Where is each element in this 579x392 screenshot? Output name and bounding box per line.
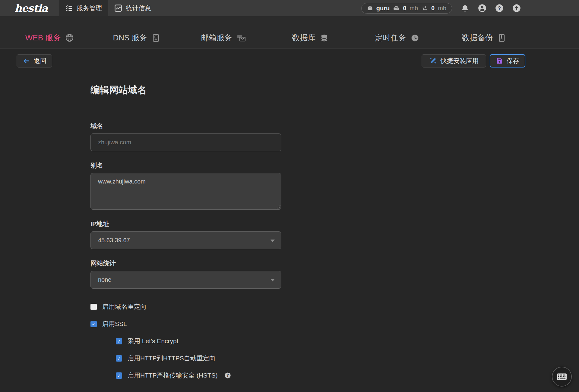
floppy-save-icon: [496, 57, 503, 64]
nav-item-cron[interactable]: 定时任务: [353, 33, 440, 43]
lets-encrypt-checkbox-label[interactable]: 采用 Let's Encrypt: [128, 337, 179, 345]
user-usage-pill[interactable]: guru 0 mb 0 mb: [361, 3, 452, 14]
toolbar: 返回 快捷安装应用 保存: [0, 49, 579, 67]
stats-select-value: none: [98, 276, 112, 283]
ssl-checkbox[interactable]: [90, 321, 97, 327]
nav-item-label: DNS 服务: [113, 33, 147, 43]
database-icon: [320, 34, 328, 42]
user-profile-icon[interactable]: [478, 4, 486, 12]
dns-zone-icon: [152, 34, 160, 42]
nav-item-mail[interactable]: 邮箱服务: [180, 33, 267, 43]
chart-line-icon: [115, 5, 122, 12]
topbar-right-group: guru 0 mb 0 mb ?: [361, 0, 579, 16]
ssl-check-row: 启用SSL: [90, 320, 281, 328]
ip-label: IP地址: [90, 220, 281, 228]
list-check-icon: [65, 5, 73, 12]
quick-install-label: 快捷安装应用: [441, 57, 479, 65]
ip-select-value: 45.63.39.67: [98, 237, 130, 244]
stats-select[interactable]: none: [90, 271, 281, 289]
hestia-logo[interactable]: hestia: [0, 0, 59, 16]
lets-encrypt-checkbox[interactable]: [116, 338, 122, 344]
username: guru: [376, 5, 390, 12]
mail-icon: [237, 34, 245, 42]
topbar-item-services[interactable]: 服务管理: [59, 0, 108, 16]
bandwidth-usage-unit: mb: [438, 5, 446, 12]
topbar-item-label: 统计信息: [126, 4, 151, 12]
redirect-checkbox[interactable]: [90, 304, 97, 310]
disk-usage-value: 0: [403, 5, 406, 12]
section-nav: WEB 服务 DNS 服务 邮箱服务 数据库 定时任务 数据备份: [0, 16, 579, 49]
hsts-checkbox-label[interactable]: 启用HTTP严格传输安全 (HSTS): [128, 371, 218, 380]
lets-encrypt-check-row: 采用 Let's Encrypt: [116, 337, 281, 345]
https-redirect-check-row: 启用HTTP到HTTPS自动重定向: [116, 354, 281, 362]
ip-select[interactable]: 45.63.39.67: [90, 231, 281, 249]
back-button-label: 返回: [34, 57, 46, 65]
backup-archive-icon: [498, 34, 506, 42]
nav-item-dns[interactable]: DNS 服务: [93, 33, 180, 43]
page-title: 编辑网站域名: [90, 84, 579, 96]
redirect-checkbox-label[interactable]: 启用域名重定向: [102, 303, 147, 311]
https-redirect-checkbox[interactable]: [116, 355, 122, 362]
nav-item-database[interactable]: 数据库: [267, 33, 353, 43]
bandwidth-usage-value: 0: [431, 5, 435, 12]
back-arrow-icon: [22, 57, 30, 64]
nav-item-backup[interactable]: 数据备份: [440, 33, 527, 43]
aliases-label: 别名: [90, 161, 281, 170]
bandwidth-arrows-icon: [421, 5, 428, 11]
magic-wand-icon: [429, 57, 437, 65]
domain-label: 域名: [90, 122, 281, 130]
nav-item-label: 邮箱服务: [201, 33, 233, 43]
nav-item-label: 定时任务: [375, 33, 407, 43]
edit-domain-form: 域名 别名 www.zhujiwa.com IP地址 45.63.39.67 网…: [90, 122, 281, 392]
chevron-down-icon: [271, 279, 275, 281]
aliases-textarea-wrap: www.zhujiwa.com: [90, 173, 281, 210]
hsts-checkbox[interactable]: [116, 372, 122, 379]
hsts-check-row: 启用HTTP严格传输安全 (HSTS) ?: [116, 371, 281, 380]
aliases-textarea[interactable]: www.zhujiwa.com: [90, 173, 281, 210]
svg-text:?: ?: [226, 373, 229, 378]
main-content: 编辑网站域名 域名 别名 www.zhujiwa.com IP地址 45.63.…: [0, 84, 579, 392]
binoculars-icon: [367, 5, 373, 11]
https-redirect-checkbox-label[interactable]: 启用HTTP到HTTPS自动重定向: [128, 354, 216, 362]
ssl-checkbox-label[interactable]: 启用SSL: [102, 320, 127, 328]
notifications-bell-icon[interactable]: [461, 4, 469, 12]
nav-item-label: 数据备份: [462, 33, 493, 43]
redirect-check-row: 启用域名重定向: [90, 303, 281, 311]
help-icon[interactable]: ?: [495, 4, 504, 12]
chevron-down-icon: [271, 240, 275, 242]
keyboard-icon: [557, 373, 567, 380]
back-button[interactable]: 返回: [17, 54, 52, 67]
save-button[interactable]: 保存: [490, 54, 525, 67]
toolbar-right-group: 快捷安装应用 保存: [422, 54, 525, 67]
nav-item-label: 数据库: [292, 33, 316, 43]
svg-text:?: ?: [498, 5, 501, 11]
topbar: hestia 服务管理 统计信息 guru 0 mb 0 mb: [0, 0, 579, 16]
clock-icon: [411, 34, 419, 42]
quick-install-app-button[interactable]: 快捷安装应用: [422, 54, 486, 67]
topbar-item-label: 服务管理: [77, 4, 102, 12]
nav-item-label: WEB 服务: [25, 33, 61, 43]
disk-usage-unit: mb: [410, 5, 418, 12]
nav-item-web[interactable]: WEB 服务: [6, 33, 93, 43]
disk-icon: [393, 5, 400, 11]
hsts-help-icon[interactable]: ?: [224, 372, 231, 379]
globe-icon: [65, 34, 74, 42]
keyboard-shortcuts-button[interactable]: [552, 367, 572, 387]
domain-input[interactable]: [90, 133, 281, 151]
logout-icon[interactable]: [512, 4, 521, 12]
save-button-label: 保存: [507, 57, 519, 65]
topbar-item-statistics[interactable]: 统计信息: [108, 0, 157, 16]
stats-label: 网站统计: [90, 259, 281, 268]
